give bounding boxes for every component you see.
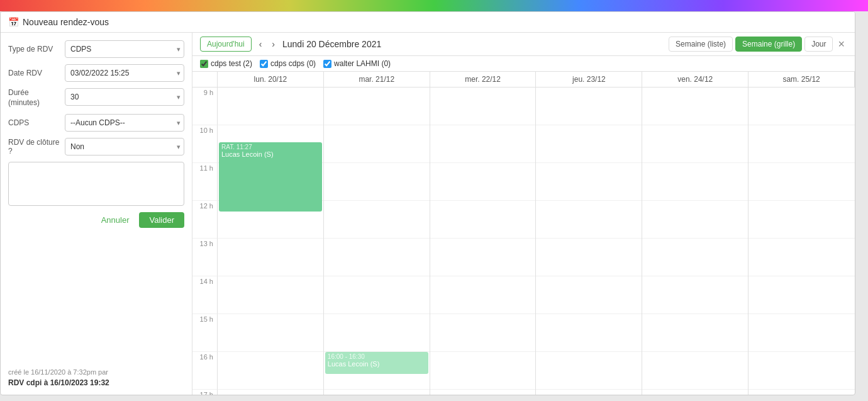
day-header-fri: ven. 24/12	[642, 72, 748, 87]
footer-created-text: créé le 16/11/2020 à 7:32pm par	[8, 368, 108, 376]
day-col-sat[interactable]	[748, 88, 855, 395]
time-grid: 9 h 10 h 11 h 12 h 13 h 14 h 15 h 16 h 1…	[192, 88, 855, 395]
modal: 📅 Nouveau rendez-vous Type de RDV CDPS A…	[0, 11, 855, 395]
modal-header: 📅 Nouveau rendez-vous	[1, 12, 855, 33]
rdv-cloture-wrapper: Non Oui	[65, 138, 184, 155]
date-rdv-label: Date RDV	[8, 69, 65, 77]
day-col-mon[interactable]: RAT. 11:27 Lucas Lecoin (S)	[218, 88, 324, 395]
calendar-panel: Aujourd'hui ‹ › Lundi 20 Décembre 2021 S…	[192, 33, 855, 395]
cdps-label: CDPS	[8, 118, 65, 127]
date-rdv-select[interactable]: 03/02/2022 15:25	[65, 64, 184, 82]
view-buttons: Semaine (liste) Semaine (grille) Jour ×	[669, 37, 847, 52]
aujourd-hui-button[interactable]: Aujourd'hui	[200, 37, 252, 52]
form-panel: Type de RDV CDPS Autre Date RDV 03/02/20…	[1, 33, 192, 395]
time-13h: 13 h	[192, 239, 218, 276]
day-col-wed[interactable]	[430, 88, 537, 395]
calendar-title: Lundi 20 Décembre 2021	[282, 39, 381, 49]
modal-title: 📅 Nouveau rendez-vous	[8, 17, 109, 27]
cdps-row: CDPS --Aucun CDPS--	[8, 114, 184, 132]
top-bar	[0, 0, 868, 11]
hour-cell-mon-15[interactable]	[218, 314, 323, 352]
prev-button[interactable]: ‹	[257, 38, 265, 50]
rdv-cloture-row: RDV de clôture ? Non Oui	[8, 138, 184, 155]
date-rdv-row: Date RDV 03/02/2022 15:25	[8, 64, 184, 82]
event-name-tue: Lucas Lecoin (S)	[328, 360, 426, 368]
day-header-mon: lun. 20/12	[218, 72, 324, 87]
type-rdv-label: Type de RDV	[8, 45, 65, 54]
type-rdv-wrapper: CDPS Autre	[65, 40, 184, 58]
calendar-nav: Aujourd'hui ‹ › Lundi 20 Décembre 2021	[200, 37, 381, 52]
view-jour-button[interactable]: Jour	[804, 37, 833, 52]
filter-cdps-cdps-label: cdps cdps (0)	[270, 59, 316, 68]
hour-cell-tue-15[interactable]	[324, 314, 430, 352]
filter-cdps-cdps-checkbox[interactable]	[260, 60, 268, 68]
annuler-button[interactable]: Annuler	[96, 212, 135, 228]
rdv-cloture-select[interactable]: Non Oui	[65, 138, 184, 155]
hour-cell-tue-17[interactable]	[324, 390, 430, 395]
form-actions: Annuler Valider	[8, 212, 184, 228]
hour-cell-tue-9[interactable]	[324, 88, 430, 125]
view-grille-button[interactable]: Semaine (grille)	[735, 37, 802, 52]
notes-textarea[interactable]	[8, 162, 184, 206]
filter-cdps-test-label: cdps test (2)	[211, 59, 252, 68]
day-col-thu[interactable]	[536, 88, 642, 395]
calendar-grid-container[interactable]: lun. 20/12 mar. 21/12 mer. 22/12 jeu. 23…	[192, 72, 855, 395]
modal-body: Type de RDV CDPS Autre Date RDV 03/02/20…	[1, 33, 855, 395]
event-time-tue: 16:00 - 16:30	[328, 353, 426, 360]
hour-cell-tue-10[interactable]	[324, 125, 430, 163]
duree-label: Durée(minutes)	[8, 88, 65, 108]
date-rdv-wrapper: 03/02/2022 15:25	[65, 64, 184, 82]
valider-button[interactable]: Valider	[139, 212, 184, 228]
day-headers: lun. 20/12 mar. 21/12 mer. 22/12 jeu. 23…	[192, 72, 855, 88]
hour-cell-mon-17[interactable]	[218, 390, 323, 395]
time-16h: 16 h	[192, 352, 218, 390]
day-header-wed: mer. 22/12	[430, 72, 537, 87]
time-17h: 17 h	[192, 390, 218, 395]
event-name-mon: Lucas Lecoin (S)	[221, 150, 320, 158]
type-rdv-row: Type de RDV CDPS Autre	[8, 40, 184, 58]
form-footer: créé le 16/11/2020 à 7:32pm par RDV cdpi…	[8, 368, 184, 387]
time-9h: 9 h	[192, 88, 218, 125]
day-header-thu: jeu. 23/12	[536, 72, 642, 87]
hour-cell-mon-16[interactable]	[218, 352, 323, 390]
day-header-tue: mar. 21/12	[324, 72, 430, 87]
time-11h: 11 h	[192, 163, 218, 201]
event-lucas-lecoin-tue[interactable]: 16:00 - 16:30 Lucas Lecoin (S)	[325, 352, 428, 374]
filter-walter-lahmi: walter LAHMI (0)	[323, 59, 391, 68]
hour-cell-tue-14[interactable]	[324, 276, 430, 314]
hour-cell-mon-13[interactable]	[218, 239, 323, 276]
hour-cell-mon-9[interactable]	[218, 88, 323, 125]
hour-cell-tue-13[interactable]	[324, 239, 430, 276]
calendar-icon: 📅	[8, 17, 19, 27]
type-rdv-select[interactable]: CDPS Autre	[65, 40, 184, 58]
filter-cdps-cdps: cdps cdps (0)	[260, 59, 316, 68]
view-liste-button[interactable]: Semaine (liste)	[669, 37, 733, 52]
time-10h: 10 h	[192, 125, 218, 163]
duree-row: Durée(minutes) 30 15 45 60	[8, 88, 184, 108]
filter-cdps-test-checkbox[interactable]	[200, 60, 208, 68]
close-button[interactable]: ×	[835, 38, 847, 51]
time-14h: 14 h	[192, 276, 218, 314]
footer-rdv-text: RDV cdpi à 16/10/2023 19:32	[8, 378, 184, 387]
cdps-select[interactable]: --Aucun CDPS--	[65, 114, 184, 132]
rdv-cloture-label: RDV de clôture ?	[8, 138, 65, 155]
time-labels: 9 h 10 h 11 h 12 h 13 h 14 h 15 h 16 h 1…	[192, 88, 218, 395]
duree-select[interactable]: 30 15 45 60	[65, 88, 184, 106]
modal-title-text: Nouveau rendez-vous	[23, 17, 109, 27]
event-lucas-lecoin-mon[interactable]: RAT. 11:27 Lucas Lecoin (S)	[219, 142, 322, 212]
hour-cell-tue-12[interactable]	[324, 201, 430, 239]
event-time-mon: RAT. 11:27	[221, 144, 320, 150]
filter-walter-lahmi-checkbox[interactable]	[323, 60, 331, 68]
day-col-tue[interactable]: 16:00 - 16:30 Lucas Lecoin (S)	[324, 88, 430, 395]
header-spacer	[192, 72, 218, 87]
time-12h: 12 h	[192, 201, 218, 239]
time-15h: 15 h	[192, 314, 218, 352]
hour-cell-tue-11[interactable]	[324, 163, 430, 201]
next-button[interactable]: ›	[269, 38, 277, 50]
filter-walter-lahmi-label: walter LAHMI (0)	[334, 59, 391, 68]
calendar-filters: cdps test (2) cdps cdps (0) walter LAHMI…	[192, 56, 855, 72]
cdps-wrapper: --Aucun CDPS--	[65, 114, 184, 132]
filter-cdps-test: cdps test (2)	[200, 59, 252, 68]
hour-cell-mon-14[interactable]	[218, 276, 323, 314]
day-col-fri[interactable]	[642, 88, 748, 395]
